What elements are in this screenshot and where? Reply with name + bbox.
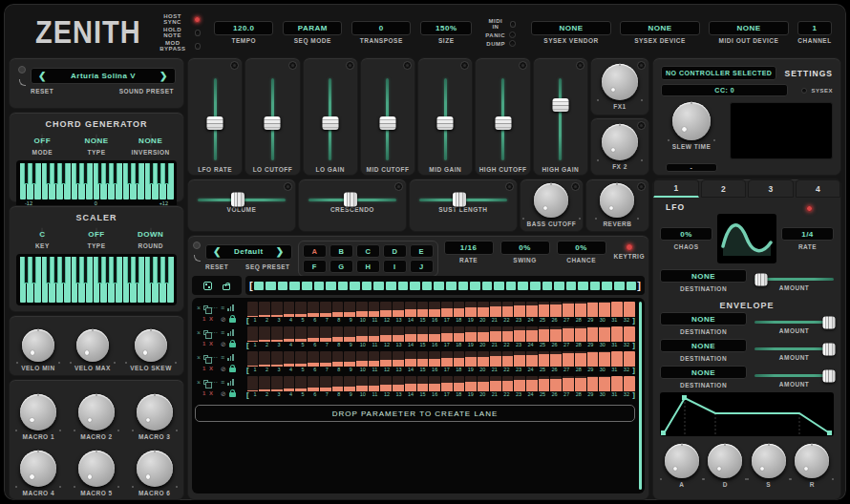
pattern-button-j[interactable]: J bbox=[410, 260, 434, 273]
step[interactable] bbox=[417, 376, 429, 391]
slider-handle[interactable] bbox=[437, 116, 454, 130]
step[interactable] bbox=[624, 351, 635, 367]
black-key[interactable] bbox=[164, 163, 169, 184]
step[interactable] bbox=[284, 376, 295, 391]
step[interactable] bbox=[380, 376, 392, 391]
loop-step[interactable] bbox=[338, 282, 349, 290]
black-key[interactable] bbox=[83, 257, 88, 284]
lane-copy-icon[interactable] bbox=[203, 330, 208, 335]
step[interactable] bbox=[478, 376, 489, 391]
step[interactable] bbox=[380, 302, 392, 317]
black-key[interactable] bbox=[113, 163, 117, 184]
step[interactable] bbox=[624, 326, 635, 342]
topbar-tempo-value[interactable]: 120.0 bbox=[214, 21, 273, 35]
slider-handle[interactable] bbox=[823, 369, 836, 382]
topbar-transpose-value[interactable]: 0 bbox=[351, 21, 411, 35]
adsr-a-knob[interactable] bbox=[665, 444, 699, 478]
lane-menu-icon[interactable]: ≡ bbox=[221, 354, 224, 361]
step[interactable] bbox=[295, 351, 307, 367]
slider-handle[interactable] bbox=[495, 116, 511, 130]
chevron-right-icon[interactable]: ❯ bbox=[159, 71, 168, 81]
tab-3[interactable]: 3 bbox=[748, 179, 794, 198]
seq-chance-value[interactable]: 0% bbox=[557, 241, 606, 255]
step[interactable] bbox=[514, 326, 525, 342]
step[interactable] bbox=[405, 351, 416, 367]
step[interactable] bbox=[490, 326, 501, 342]
macro-2-knob[interactable] bbox=[78, 394, 115, 430]
mod-target-icon[interactable] bbox=[403, 61, 412, 70]
velo-skew-knob[interactable] bbox=[135, 329, 167, 362]
topbar-channel-value[interactable]: 1 bbox=[797, 21, 832, 35]
slider-handle[interactable] bbox=[344, 193, 357, 207]
loop-step[interactable] bbox=[458, 282, 469, 290]
slider-track[interactable] bbox=[271, 78, 274, 160]
lfo-rate-value[interactable]: 1/4 bbox=[781, 227, 834, 241]
scaler-type-value[interactable]: OFF bbox=[96, 227, 97, 241]
loop-step[interactable] bbox=[554, 282, 564, 290]
step[interactable] bbox=[587, 302, 599, 317]
fx-2-knob[interactable] bbox=[602, 124, 638, 160]
loop-step[interactable] bbox=[362, 282, 372, 290]
step[interactable] bbox=[344, 302, 355, 317]
step[interactable] bbox=[332, 302, 344, 317]
step[interactable] bbox=[526, 302, 538, 317]
slider-track[interactable] bbox=[386, 78, 389, 160]
cc-display[interactable]: CC: 0 bbox=[661, 84, 788, 96]
step[interactable] bbox=[441, 351, 453, 367]
bass-cutoff-knob[interactable] bbox=[534, 183, 568, 218]
macro-3-knob[interactable] bbox=[137, 394, 173, 430]
toggle-led[interactable] bbox=[194, 16, 201, 23]
black-key[interactable] bbox=[75, 257, 80, 284]
step[interactable] bbox=[514, 376, 525, 391]
chevron-left-icon[interactable]: ❮ bbox=[213, 246, 222, 257]
slider-track[interactable] bbox=[501, 78, 504, 160]
loop-step[interactable] bbox=[289, 282, 300, 290]
lane-lock-icon[interactable] bbox=[229, 392, 236, 397]
black-key[interactable] bbox=[149, 257, 154, 284]
step[interactable] bbox=[356, 326, 368, 342]
step[interactable] bbox=[624, 376, 635, 391]
step[interactable] bbox=[259, 351, 270, 367]
black-key[interactable] bbox=[32, 163, 36, 184]
lane-delete-icon[interactable]: × bbox=[197, 304, 201, 311]
reverb-knob[interactable] bbox=[600, 183, 634, 218]
slider-handle[interactable] bbox=[322, 116, 338, 130]
black-key[interactable] bbox=[157, 257, 161, 284]
lane-mode-icon[interactable] bbox=[227, 354, 234, 361]
macro-1-knob[interactable] bbox=[20, 394, 56, 430]
step[interactable] bbox=[429, 351, 440, 367]
lane-mode-icon[interactable] bbox=[227, 379, 234, 386]
step[interactable] bbox=[441, 326, 453, 342]
topbar-size-value[interactable]: 150% bbox=[420, 21, 472, 35]
slider-track[interactable] bbox=[214, 78, 217, 160]
mod-target-icon[interactable] bbox=[460, 61, 469, 70]
step[interactable] bbox=[454, 351, 465, 367]
step[interactable] bbox=[587, 326, 599, 342]
loop-step[interactable] bbox=[566, 282, 577, 290]
step[interactable] bbox=[308, 351, 319, 367]
step[interactable] bbox=[550, 326, 562, 342]
step[interactable] bbox=[465, 351, 477, 367]
lane-copy-icon[interactable] bbox=[203, 305, 208, 310]
loop-step[interactable] bbox=[578, 282, 588, 290]
step[interactable] bbox=[611, 376, 623, 391]
slider-handle[interactable] bbox=[823, 343, 836, 355]
black-key[interactable] bbox=[164, 257, 169, 284]
black-key[interactable] bbox=[61, 163, 66, 184]
step[interactable] bbox=[563, 351, 574, 367]
slider-handle[interactable] bbox=[265, 116, 281, 130]
step[interactable] bbox=[478, 351, 489, 367]
lfo-amount-slider[interactable] bbox=[754, 278, 834, 281]
scaler-round-value[interactable]: DOWN bbox=[150, 227, 152, 241]
loop-step[interactable] bbox=[506, 282, 517, 290]
step[interactable] bbox=[320, 326, 331, 342]
adsr-d-knob[interactable] bbox=[708, 444, 742, 478]
lane-bypass-icon[interactable]: ⊘ bbox=[221, 366, 226, 372]
toggle-led[interactable] bbox=[195, 30, 202, 36]
step[interactable] bbox=[247, 302, 259, 317]
mod-target-icon[interactable] bbox=[519, 61, 527, 70]
black-key[interactable] bbox=[149, 163, 154, 184]
black-key[interactable] bbox=[97, 163, 102, 184]
step[interactable] bbox=[526, 376, 538, 391]
loop-range-bar[interactable]: [ ] bbox=[245, 276, 645, 295]
